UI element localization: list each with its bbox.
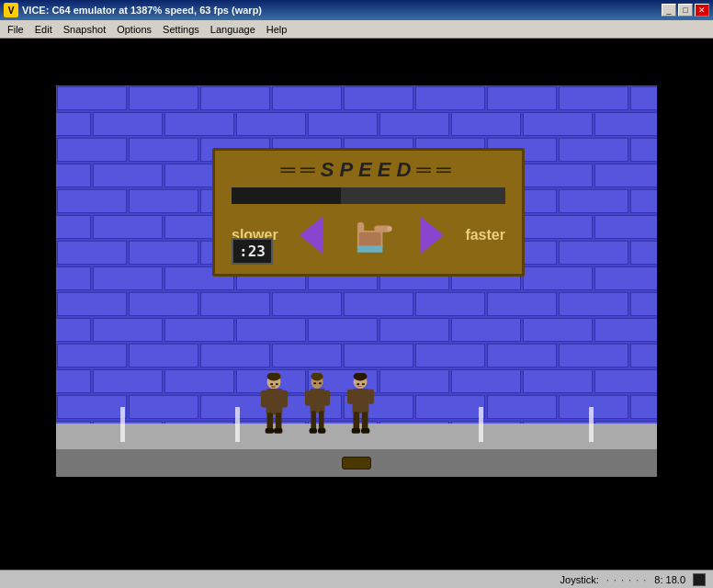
svg-rect-200 <box>353 389 369 413</box>
svg-rect-194 <box>310 428 317 434</box>
svg-rect-17 <box>237 113 306 136</box>
svg-rect-39 <box>94 164 163 187</box>
svg-rect-2 <box>58 87 127 110</box>
svg-rect-6 <box>345 87 413 110</box>
svg-rect-100 <box>201 293 270 316</box>
speed-bar-fill <box>341 187 505 204</box>
svg-rect-178 <box>261 390 268 408</box>
svg-rect-152 <box>488 396 557 419</box>
svg-rect-3 <box>130 87 198 110</box>
menu-snapshot[interactable]: Snapshot <box>58 22 111 37</box>
svg-rect-20 <box>452 113 521 136</box>
svg-rect-19 <box>380 113 449 136</box>
svg-rect-75 <box>130 242 198 265</box>
svg-rect-123 <box>130 345 198 368</box>
svg-rect-139 <box>380 370 449 393</box>
svg-rect-110 <box>56 319 91 342</box>
svg-rect-15 <box>94 113 163 136</box>
road-mark-2 <box>235 407 240 442</box>
svg-rect-190 <box>305 390 311 406</box>
road-mark-3 <box>479 407 483 442</box>
svg-rect-74 <box>58 242 127 265</box>
svg-rect-45 <box>524 164 593 187</box>
svg-rect-81 <box>560 242 628 265</box>
svg-rect-140 <box>452 370 521 393</box>
svg-rect-189 <box>311 389 325 413</box>
svg-rect-117 <box>524 319 593 342</box>
game-canvas: ══SPEED══ slower <box>56 85 657 523</box>
menu-file[interactable]: File <box>2 22 29 37</box>
svg-rect-14 <box>56 113 91 136</box>
svg-rect-209 <box>357 386 362 387</box>
svg-rect-205 <box>352 428 360 434</box>
svg-rect-27 <box>130 139 198 162</box>
svg-rect-93 <box>524 267 593 290</box>
svg-rect-170 <box>357 222 364 234</box>
svg-rect-18 <box>309 113 378 136</box>
menu-bar: File Edit Snapshot Options Settings Lang… <box>0 20 713 39</box>
svg-rect-130 <box>631 345 658 368</box>
svg-rect-33 <box>560 139 628 162</box>
svg-rect-191 <box>324 390 331 406</box>
close-button[interactable]: ✕ <box>695 4 709 17</box>
svg-rect-125 <box>273 345 342 368</box>
menu-edit[interactable]: Edit <box>29 22 58 37</box>
svg-rect-58 <box>631 190 658 213</box>
svg-rect-114 <box>309 319 378 342</box>
svg-rect-87 <box>94 267 163 290</box>
menu-settings[interactable]: Settings <box>157 22 205 37</box>
svg-rect-26 <box>58 139 127 162</box>
arrow-right-icon[interactable] <box>421 217 444 254</box>
svg-rect-38 <box>56 164 91 187</box>
svg-rect-126 <box>345 345 413 368</box>
svg-rect-197 <box>319 382 322 384</box>
svg-rect-7 <box>416 87 485 110</box>
svg-rect-86 <box>56 267 91 290</box>
svg-rect-22 <box>595 113 658 136</box>
svg-rect-94 <box>595 267 658 290</box>
menu-language[interactable]: Language <box>205 22 261 37</box>
hand-cursor-icon <box>345 209 400 260</box>
svg-rect-135 <box>94 370 163 393</box>
svg-rect-177 <box>266 389 283 414</box>
svg-rect-141 <box>524 370 593 393</box>
svg-rect-184 <box>270 383 273 385</box>
svg-rect-208 <box>362 383 365 385</box>
minimize-button[interactable]: _ <box>662 4 676 17</box>
svg-rect-127 <box>416 345 485 368</box>
road-mark-4 <box>589 407 594 442</box>
color-indicator <box>693 573 706 586</box>
svg-rect-173 <box>388 226 392 232</box>
character-2 <box>301 373 334 442</box>
game-characters <box>258 373 377 442</box>
svg-rect-201 <box>347 390 354 404</box>
svg-rect-51 <box>130 190 198 213</box>
svg-rect-103 <box>416 293 485 316</box>
maximize-button[interactable]: □ <box>678 4 693 17</box>
svg-rect-111 <box>94 319 163 342</box>
svg-rect-206 <box>361 428 369 434</box>
svg-rect-151 <box>416 396 485 419</box>
road-mark-1 <box>120 407 125 442</box>
arrow-left-icon[interactable] <box>300 217 323 254</box>
speed-dialog-title: ══SPEED══ <box>222 158 515 182</box>
svg-rect-183 <box>274 428 282 434</box>
title-bar: V VICE: C64 emulator at 1387% speed, 63 … <box>0 0 713 20</box>
app-icon: V <box>4 3 18 17</box>
svg-rect-186 <box>271 386 276 388</box>
svg-rect-154 <box>631 396 658 419</box>
svg-rect-128 <box>488 345 557 368</box>
title-bar-left: V VICE: C64 emulator at 1387% speed, 63 … <box>4 3 262 17</box>
svg-rect-57 <box>560 190 628 213</box>
speed-indicator: 8: 18.0 <box>654 574 685 585</box>
svg-rect-116 <box>452 319 521 342</box>
svg-rect-153 <box>560 396 628 419</box>
svg-rect-16 <box>165 113 234 136</box>
svg-rect-106 <box>631 293 658 316</box>
menu-help[interactable]: Help <box>261 22 293 37</box>
svg-rect-118 <box>595 319 658 342</box>
menu-options[interactable]: Options <box>111 22 157 37</box>
svg-rect-82 <box>631 242 658 265</box>
svg-rect-142 <box>595 370 658 393</box>
svg-rect-105 <box>560 293 628 316</box>
